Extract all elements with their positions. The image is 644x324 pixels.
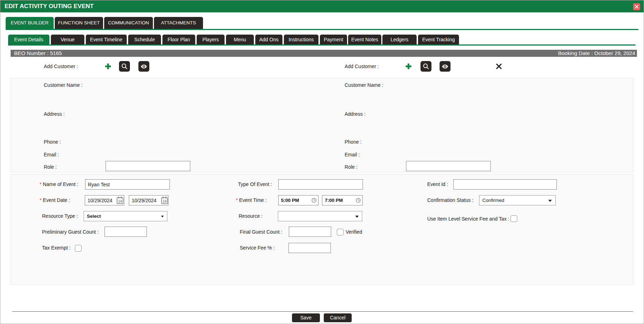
svg-text:14: 14 <box>162 199 167 203</box>
svg-text:14: 14 <box>118 199 122 203</box>
